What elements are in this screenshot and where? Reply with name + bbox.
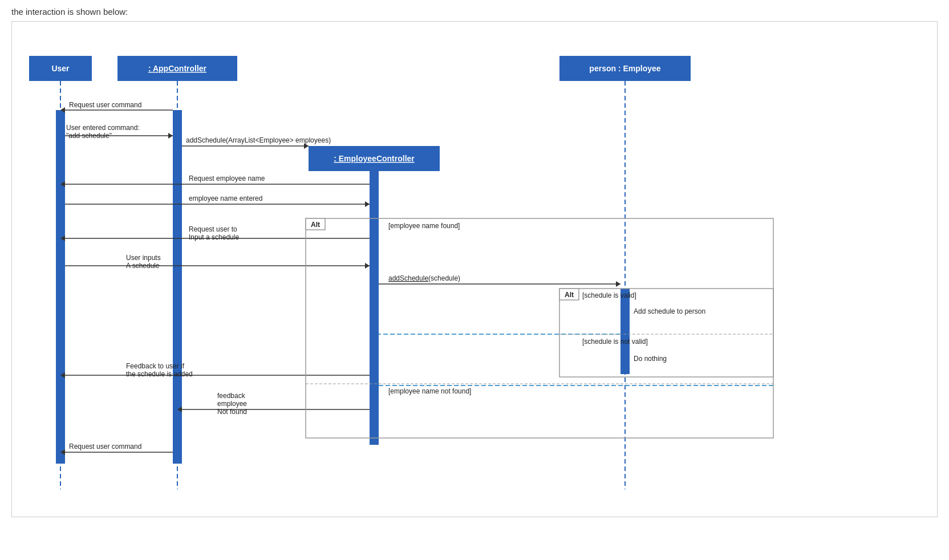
arrow-msg2-head <box>168 133 173 139</box>
employee-label: person : Employee <box>589 64 660 73</box>
appctrl-label: : AppController <box>148 64 207 73</box>
arrow-msg8-label: addSchedule(schedule) <box>388 274 460 282</box>
arrow-msg10-label1: feedback <box>217 392 246 400</box>
alt-outer-bottom-condition: [employee name not found] <box>388 387 471 395</box>
alt-outer-top-condition: [employee name found] <box>388 222 460 230</box>
arrow-msg2-label: User entered command: <box>66 124 140 132</box>
alt-tag-outer-label: Alt <box>311 221 320 229</box>
arrow-msg7-label1: User inputs <box>126 254 161 262</box>
alt-inner-top-condition: [schedule is valid] <box>582 291 636 299</box>
arrow-msg8-head <box>616 281 620 287</box>
arrow-msg10-label3: Not found <box>217 408 247 416</box>
empctrl-label: : EmployeeController <box>334 154 415 163</box>
page-header: the interaction is shown below: <box>0 0 949 21</box>
arrow-msg7-head <box>365 263 370 269</box>
alt-frame-inner <box>559 289 773 377</box>
arrow-msg2-label2: "add schedule" <box>66 132 112 140</box>
arrow-msg6-label1: Request user to <box>189 225 237 233</box>
do-nothing-label: Do nothing <box>634 355 667 363</box>
employee-activation <box>620 289 630 374</box>
user-label: User <box>51 64 70 73</box>
alt-tag-inner-label: Alt <box>565 291 574 299</box>
arrow-msg4-label: Request employee name <box>189 175 265 182</box>
user-activation <box>56 110 65 464</box>
add-schedule-label: Add schedule to person <box>634 307 705 315</box>
arrow-msg5-head <box>365 201 370 207</box>
diagram-container: User : AppController : EmployeeControlle… <box>11 21 938 517</box>
arrow-msg9-label2: the schedule is added <box>126 370 193 378</box>
arrow-msg1-label: Request user command <box>69 101 141 109</box>
alt-inner-bottom-condition: [schedule is not valid] <box>582 338 648 346</box>
diagram-svg: User : AppController : EmployeeControlle… <box>12 22 937 517</box>
arrow-msg10-label2: employee <box>217 400 247 408</box>
arrow-msg11-label: Request user command <box>69 443 141 451</box>
arrow-msg5-label: employee name entered <box>189 194 262 202</box>
empctrl-activation <box>370 171 379 445</box>
arrow-msg7-label2: A schedule <box>126 262 160 270</box>
arrow-msg9-label1: Feedback to user if <box>126 362 185 370</box>
arrow-msg3-label: addSchedule(ArrayList<Employee> employee… <box>186 136 331 144</box>
arrow-msg6-label2: Input a schedule <box>189 233 239 241</box>
